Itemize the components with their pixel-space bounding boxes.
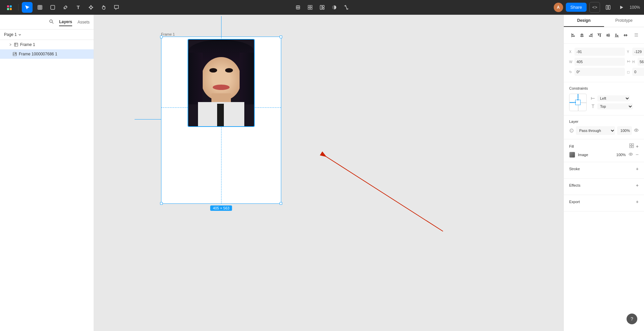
rotation-input[interactable] (575, 68, 625, 76)
cbox-inner (575, 100, 581, 105)
avatar[interactable]: A (554, 3, 563, 12)
crop-button[interactable] (293, 2, 303, 13)
share-button[interactable]: Share (566, 3, 587, 12)
left-panel: Layers Assets Page 1 Frame 1 (0, 15, 94, 331)
constraints-title: Constraints (569, 86, 639, 90)
effects-add-button[interactable]: + (636, 183, 639, 188)
align-row (569, 31, 639, 39)
constraints-row: Left Right Left and Right Center Scale T… (569, 94, 639, 111)
handle-br[interactable] (280, 202, 282, 205)
toolbar: T (0, 0, 644, 15)
svg-rect-16 (308, 8, 310, 9)
layer-visibility-button[interactable] (634, 128, 639, 134)
x-label: X (569, 50, 573, 54)
h-input[interactable] (638, 58, 644, 66)
layer-item-frame-child[interactable]: Frame 1000007686 1 (0, 49, 94, 59)
svg-rect-38 (581, 34, 583, 35)
search-button[interactable] (49, 19, 54, 25)
opacity-input[interactable] (617, 126, 632, 135)
stroke-add-button[interactable]: + (636, 166, 639, 172)
svg-rect-9 (51, 5, 55, 9)
toolbar-right: A Share <> 100% (554, 2, 640, 13)
main-menu-button[interactable] (4, 2, 15, 13)
svg-rect-41 (590, 34, 592, 35)
canvas-area[interactable]: Frame 1 (94, 15, 563, 331)
help-button[interactable]: ? (627, 314, 637, 324)
rotation-label: ↻ (569, 70, 573, 74)
eye-left (209, 68, 217, 73)
fill-thumbnail[interactable] (569, 152, 575, 158)
select-tool-button[interactable] (22, 2, 33, 13)
constraints-section: Constraints (564, 82, 644, 115)
theme-button[interactable] (329, 2, 340, 13)
fill-grid-icon[interactable] (629, 143, 634, 149)
comment-tool-button[interactable] (111, 2, 122, 13)
grid-button[interactable] (305, 2, 315, 13)
components-tool-button[interactable] (86, 2, 96, 13)
svg-rect-17 (310, 8, 312, 9)
shape-tool-button[interactable] (47, 2, 58, 13)
svg-rect-3 (10, 8, 12, 10)
svg-rect-20 (323, 8, 324, 9)
constraint-v-select[interactable]: Top Bottom Top and Bottom Center Scale (597, 103, 633, 109)
layers-tab[interactable]: Layers (59, 18, 72, 26)
fill-visibility-button[interactable] (629, 152, 633, 157)
frame-label: Frame 1 (161, 32, 175, 36)
hand-tool-button[interactable] (98, 2, 109, 13)
sep1 (18, 4, 18, 11)
layer-item-frame1[interactable]: Frame 1 (0, 40, 94, 49)
export-add-button[interactable]: + (636, 199, 639, 204)
link-wh-icon[interactable] (626, 59, 630, 64)
align-right-button[interactable] (587, 31, 595, 39)
prototype-tab[interactable]: Prototype (604, 15, 644, 27)
wh-row: W H (569, 58, 639, 66)
fill-add-button[interactable]: + (636, 143, 639, 149)
text-tool-button[interactable]: T (73, 2, 84, 13)
align-top-button[interactable] (595, 31, 603, 39)
w-input[interactable] (575, 58, 625, 66)
fill-remove-button[interactable]: − (636, 152, 639, 158)
present-button[interactable] (616, 2, 627, 13)
hair-right (240, 53, 254, 105)
pen-tool-button[interactable] (60, 2, 71, 13)
view-button[interactable] (603, 2, 613, 13)
handle-bl[interactable] (160, 202, 163, 205)
effects-title: Effects (569, 183, 580, 187)
design-tab[interactable]: Design (564, 15, 604, 27)
alignment-section (564, 27, 644, 44)
corner-input[interactable] (632, 68, 644, 76)
y-label: Y (627, 50, 631, 54)
constraint-h-select[interactable]: Left Right Left and Right Center Scale (597, 95, 630, 101)
constraint-h-row: Left Right Left and Right Center Scale (591, 95, 639, 101)
y-input[interactable] (632, 48, 644, 56)
align-center-v-button[interactable] (604, 31, 612, 39)
main-frame[interactable]: 405 × 563 (161, 37, 281, 204)
handle-tr[interactable] (280, 36, 282, 38)
page-selector[interactable]: Page 1 (0, 30, 94, 40)
right-panel-tabs: Design Prototype (564, 15, 644, 27)
left-panel-tabs: Layers Assets (0, 15, 94, 30)
align-bottom-button[interactable] (613, 31, 621, 39)
layer-blend-row: Pass through Normal Multiply Screen Over… (569, 126, 639, 135)
align-left-button[interactable] (569, 31, 577, 39)
svg-point-25 (50, 20, 52, 22)
code-button[interactable]: <> (589, 2, 600, 13)
assets-tab[interactable]: Assets (78, 18, 90, 26)
blend-mode-select[interactable]: Pass through Normal Multiply Screen Over… (576, 126, 615, 135)
x-input[interactable] (575, 48, 625, 56)
y-input-group: Y (627, 48, 644, 56)
photo-frame[interactable] (188, 40, 254, 126)
frame-tool-button[interactable] (35, 2, 45, 13)
more-align-button[interactable] (634, 33, 639, 38)
autolayout-button[interactable] (317, 2, 328, 13)
align-center-h-button[interactable] (578, 31, 586, 39)
layer-section: Layer Pass through Normal Multiply Scree… (564, 115, 644, 139)
svg-rect-68 (630, 146, 631, 148)
cbox-left-indicator (569, 102, 574, 103)
lips (213, 85, 230, 90)
canvas-bg: Frame 1 (94, 15, 563, 331)
transform-button[interactable] (341, 2, 352, 13)
handle-tl[interactable] (160, 36, 163, 38)
distribute-button[interactable] (622, 31, 630, 39)
zoom-control[interactable]: 100% (630, 5, 640, 10)
